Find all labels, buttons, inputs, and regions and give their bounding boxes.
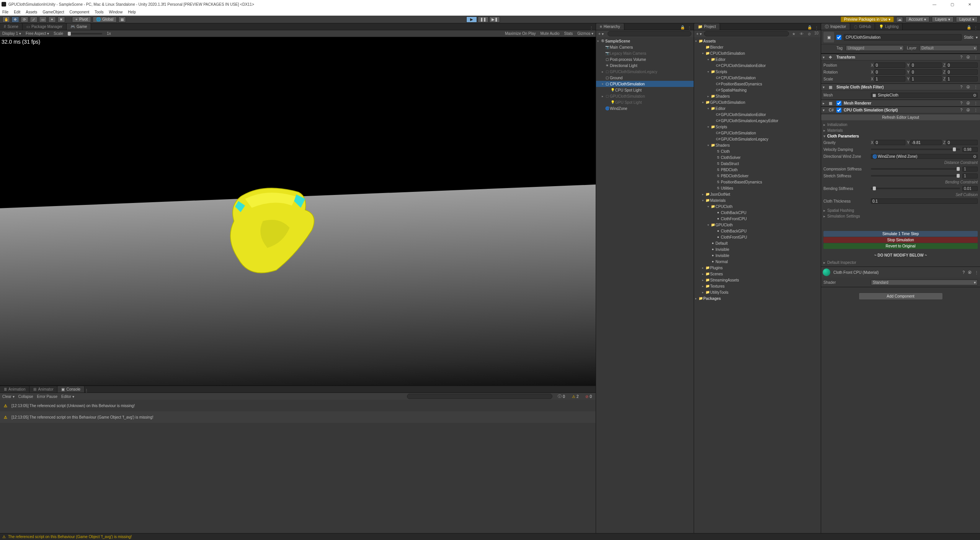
hierarchy-tree[interactable]: ▾⦿ SampleScene 📷Main Camera📷Legacy Main … [596,37,694,533]
cloth-parameters-foldout[interactable]: ▾Cloth Parameters [823,133,978,139]
meshfilter-component-header[interactable]: ▾▦ Simple Cloth (Mesh Filter) ?⦿⋮ [821,83,980,90]
console-clear-button[interactable]: Clear ▾ [2,394,15,399]
bending-stiffness-field[interactable]: 0.01 [962,186,978,191]
project-create-button[interactable]: + ▾ [696,32,702,36]
menu-edit[interactable]: Edit [14,10,20,14]
display-dropdown[interactable]: Display 1 ▾ [2,31,21,36]
tab-hierarchy[interactable]: ≡Hierarchy [596,23,624,30]
tab-github[interactable]: ◌GitHub [850,23,875,30]
hierarchy-item[interactable]: ▸▢GPUClothSimulationLegacy [596,69,694,75]
hand-tool-button[interactable]: ✋ [2,16,10,23]
project-item[interactable]: ▾📁Shaders [694,142,821,148]
project-item[interactable]: ▸📁StreamingAssets [694,277,821,283]
rotation-y-field[interactable]: 0 [910,69,942,75]
scale-tool-button[interactable]: ⤢ [30,16,38,23]
project-item[interactable]: ▸📁JsonDotNet [694,191,821,197]
position-z-field[interactable]: 0 [946,62,978,68]
spatial-hashing-foldout[interactable]: ▸Spatial Hashing [823,208,978,213]
hierarchy-item[interactable]: 💡GPU Spot Light [596,99,694,105]
meshrenderer-component-header[interactable]: ▸▦ Mesh Renderer ?⦿⋮ [821,100,980,106]
project-search-field[interactable] [704,31,789,36]
close-button[interactable]: ✕ [961,0,978,8]
compression-stiffness-slider[interactable] [871,168,960,170]
default-inspector-foldout[interactable]: ▸Default Inspector [823,260,978,265]
hierarchy-create-button[interactable]: + ▾ [598,32,604,36]
project-item[interactable]: ●Invisible [694,252,821,259]
gameobject-name-field[interactable]: CPUClothSimulation [844,34,962,41]
hierarchy-item[interactable]: 📷Main Camera [596,44,694,50]
rotation-z-field[interactable]: 0 [946,69,978,75]
project-item[interactable]: ●Normal [694,259,821,265]
mesh-object-field[interactable]: ▦SimpleCloth⊙ [871,93,978,98]
bending-stiffness-slider[interactable] [871,188,960,189]
hierarchy-item[interactable]: ▸▢GPUClothSimulation [596,93,694,99]
position-y-field[interactable]: 0 [910,62,942,68]
project-tree[interactable]: ▾📁 Assets 📁Blender▾📁CPUClothSimulation▾📁… [694,37,821,533]
project-item[interactable]: C#PositionBasedDynamics [694,81,821,87]
simulate-one-step-button[interactable]: Simulate 1 Time Step [823,231,978,237]
meshrenderer-enabled-checkbox[interactable] [836,101,841,106]
revert-to-original-button[interactable]: Revert to Original [823,243,978,249]
stretch-stiffness-slider[interactable] [871,175,960,177]
scale-y-field[interactable]: 1 [910,76,942,82]
project-item[interactable]: C#CPUClothSimulation [694,75,821,81]
custom-tool-button[interactable]: ✖ [57,16,65,23]
refresh-editor-layout-button[interactable]: Refresh Editor Layout [821,115,980,120]
tab-animation[interactable]: ≣Animation [0,386,29,393]
account-dropdown[interactable]: Account▾ [905,16,929,22]
rect-tool-button[interactable]: ▭ [39,16,47,23]
windzone-object-field[interactable]: 🌀WindZone (Wind Zone)⊙ [871,154,978,159]
tab-project[interactable]: 📁Project [694,23,720,30]
project-item[interactable]: ▸📁Scenes [694,271,821,277]
initialization-foldout[interactable]: ▸Initialization [823,122,978,128]
console-editor-dropdown[interactable]: Editor ▾ [61,394,74,399]
step-button[interactable]: ▶❚ [489,16,500,23]
project-item[interactable]: ▾📁CPUClothSimulation [694,50,821,56]
project-item[interactable]: 📁Blender [694,44,821,50]
layout-dropdown[interactable]: Layout▾ [956,16,978,22]
hierarchy-scene-root[interactable]: ▾⦿ SampleScene [596,38,694,44]
project-item[interactable]: ▸📁Shaders [694,93,821,99]
aspect-dropdown[interactable]: Free Aspect ▾ [26,31,49,36]
gravity-z-field[interactable]: 0 [946,140,978,145]
menu-assets[interactable]: Assets [26,10,37,14]
simulation-settings-foldout[interactable]: ▸Simulation Settings [823,213,978,219]
velocity-damping-slider[interactable] [871,149,960,150]
project-item[interactable]: C#GPUClothSimulation [694,130,821,136]
gravity-x-field[interactable]: 0 [874,140,906,145]
snap-toggle[interactable]: ▦ [118,16,126,23]
project-assets-root[interactable]: ▾📁 Assets [694,38,821,44]
project-packages-root[interactable]: ▸📁Packages [694,295,821,301]
console-error-pause-toggle[interactable]: Error Pause [37,394,57,399]
hierarchy-item[interactable]: ▢Post-process Volume [596,56,694,62]
project-item[interactable]: ▸📁Plugins [694,265,821,271]
project-item[interactable]: SPBDCloth [694,167,821,173]
project-item[interactable]: SDataStruct [694,160,821,167]
cloud-icon[interactable]: ☁ [896,17,903,22]
project-item[interactable]: ●Default [694,240,821,246]
pivot-toggle[interactable]: ⌖Pivot [72,16,91,23]
console-search-field[interactable] [407,394,552,399]
tab-options-button[interactable]: ⋮ [587,26,596,30]
project-item[interactable]: SUtilities [694,185,821,191]
project-item[interactable]: ●Invisible [694,246,821,252]
shader-dropdown[interactable]: Standard▾ [871,280,978,285]
project-item[interactable]: C#SpatialHashing [694,87,821,93]
project-options-button[interactable]: ⋮ [812,26,821,30]
material-header[interactable]: Cloth Front CPU (Material) ?⦿⋮ [821,267,980,278]
stretch-stiffness-field[interactable]: 1 [962,173,978,178]
console-warn-count[interactable]: ⚠2 [570,394,580,399]
hierarchy-lock-icon[interactable]: 🔒 [680,25,685,30]
rotation-x-field[interactable]: 0 [874,69,906,75]
script-enabled-checkbox[interactable] [836,108,841,113]
hierarchy-item[interactable]: ▢Ground [596,75,694,81]
maximize-button[interactable]: ▢ [943,0,961,8]
project-item[interactable]: ●ClothBackCPU [694,209,821,216]
static-dropdown[interactable]: ▾ [976,35,978,39]
global-toggle[interactable]: 🌐Global [93,16,117,23]
console-log-row[interactable]: ⚠ [12:13:05] The referenced script on th… [0,411,596,423]
cloth-thickness-field[interactable]: 0.1 [871,198,978,204]
tab-console[interactable]: ▣Console [57,386,85,393]
gameobject-icon[interactable]: ▣ [823,32,834,43]
velocity-damping-field[interactable]: 0.98 [962,147,978,152]
